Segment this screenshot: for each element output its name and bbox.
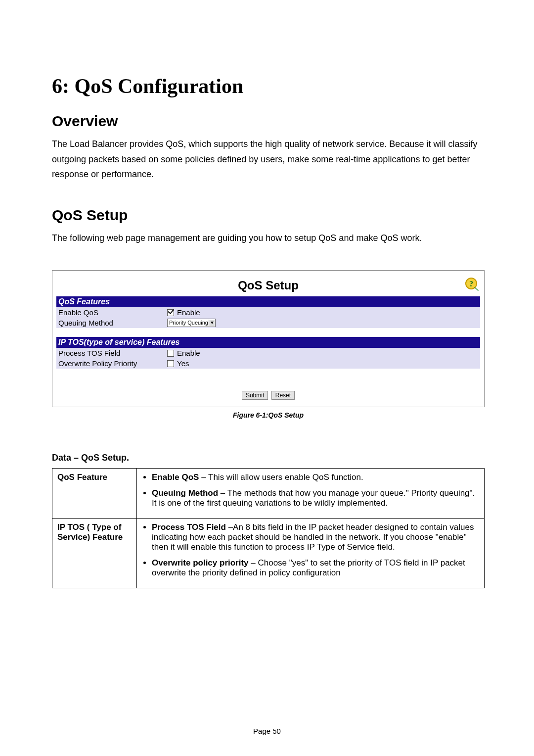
process-tos-row: Process TOS Field Enable — [56, 348, 480, 358]
overwrite-priority-row: Overwrite Policy Priority Yes — [56, 358, 480, 369]
enable-qos-row: Enable QoS Enable — [56, 307, 480, 318]
screenshot-title: QoS Setup ? — [56, 279, 480, 292]
qos-setup-screenshot: QoS Setup ? QoS Features Enable QoS Enab… — [52, 270, 485, 407]
queuing-method-select[interactable]: Priority Queuing — [167, 319, 216, 327]
ip-tos-features-bar: IP TOS(type of service) Features — [56, 337, 480, 348]
process-tos-value: Enable — [177, 349, 200, 357]
table-feature-label: QoS Feature — [52, 469, 137, 519]
figure-caption: Figure 6-1:QoS Setup — [52, 411, 485, 419]
setup-heading: QoS Setup — [52, 207, 485, 224]
enable-qos-label: Enable QoS — [58, 308, 167, 317]
enable-qos-value: Enable — [177, 308, 200, 317]
process-tos-label: Process TOS Field — [58, 349, 167, 357]
list-item: Enable QoS – This will allow users enabl… — [152, 472, 479, 482]
help-icon[interactable]: ? — [464, 277, 479, 291]
page-number: Page 50 — [0, 727, 534, 735]
qos-data-table: QoS FeatureEnable QoS – This will allow … — [52, 468, 485, 588]
list-item: Process TOS Field –An 8 bits field in th… — [152, 522, 479, 552]
chapter-title: 6: QoS Configuration — [52, 74, 485, 98]
reset-button[interactable]: Reset — [271, 391, 295, 400]
enable-qos-checkbox[interactable] — [167, 309, 174, 316]
qos-features-bar: QoS Features — [56, 296, 480, 307]
overview-text: The Load Balancer provides QoS, which su… — [52, 137, 485, 182]
table-feature-label: IP TOS ( Type of Service) Feature — [52, 519, 137, 588]
table-feature-desc: Process TOS Field –An 8 bits field in th… — [137, 519, 485, 588]
screenshot-title-text: QoS Setup — [238, 279, 299, 292]
document-page: 6: QoS Configuration Overview The Load B… — [0, 0, 534, 756]
list-item: Queuing Method – The methods that how yo… — [152, 488, 479, 508]
svg-text:?: ? — [469, 280, 473, 288]
data-table-heading: Data – QoS Setup. — [52, 453, 485, 463]
overwrite-priority-value: Yes — [177, 359, 189, 368]
queuing-method-row: Queuing Method Priority Queuing — [56, 318, 480, 328]
overview-heading: Overview — [52, 113, 485, 130]
process-tos-checkbox[interactable] — [167, 350, 174, 357]
overwrite-priority-label: Overwrite Policy Priority — [58, 359, 167, 368]
queuing-method-label: Queuing Method — [58, 319, 167, 327]
table-feature-desc: Enable QoS – This will allow users enabl… — [137, 469, 485, 519]
setup-intro: The following web page management are gu… — [52, 231, 485, 246]
overwrite-priority-checkbox[interactable] — [167, 360, 174, 367]
submit-button[interactable]: Submit — [242, 391, 268, 400]
list-item: Overwrite policy priority – Choose "yes"… — [152, 558, 479, 578]
